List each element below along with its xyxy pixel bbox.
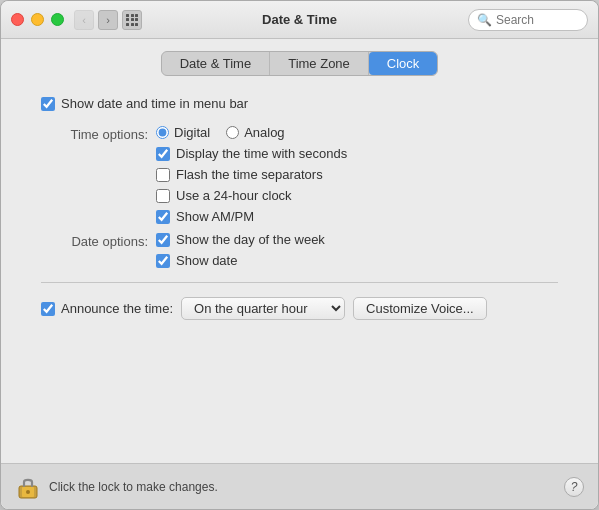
date-option-controls: Show the day of the week Show date xyxy=(156,232,325,268)
svg-point-2 xyxy=(26,490,30,494)
show-dayofweek-text: Show the day of the week xyxy=(176,232,325,247)
back-button[interactable]: ‹ xyxy=(74,10,94,30)
flash-separators-checkbox[interactable] xyxy=(156,168,170,182)
show-ampm-checkbox[interactable] xyxy=(156,210,170,224)
footer-lock-text: Click the lock to make changes. xyxy=(49,480,218,494)
show-menubar-row: Show date and time in menu bar xyxy=(41,96,558,111)
analog-radio-label[interactable]: Analog xyxy=(226,125,284,140)
display-seconds-checkbox[interactable] xyxy=(156,147,170,161)
main-window: ‹ › Date & Time 🔍 Date & Time Time Zone … xyxy=(0,0,599,510)
show-date-row[interactable]: Show date xyxy=(156,253,325,268)
search-box[interactable]: 🔍 xyxy=(468,9,588,31)
use-24hr-checkbox[interactable] xyxy=(156,189,170,203)
main-content: Show date and time in menu bar Time opti… xyxy=(1,86,598,463)
tab-group: Date & Time Time Zone Clock xyxy=(161,51,439,76)
digital-text: Digital xyxy=(174,125,210,140)
announce-label-text: Announce the time: xyxy=(61,301,173,316)
digital-analog-row: Digital Analog xyxy=(156,125,347,140)
use-24hr-row[interactable]: Use a 24-hour clock xyxy=(156,188,347,203)
date-options-label: Date options: xyxy=(41,232,156,268)
display-seconds-text: Display the time with seconds xyxy=(176,146,347,161)
tab-time-zone[interactable]: Time Zone xyxy=(270,52,369,75)
announce-checkbox[interactable] xyxy=(41,302,55,316)
lock-icon[interactable] xyxy=(15,474,41,500)
show-ampm-text: Show AM/PM xyxy=(176,209,254,224)
show-menubar-text: Show date and time in menu bar xyxy=(61,96,248,111)
titlebar: ‹ › Date & Time 🔍 xyxy=(1,1,598,39)
date-options-section: Date options: Show the day of the week S… xyxy=(41,232,558,268)
show-dayofweek-checkbox[interactable] xyxy=(156,233,170,247)
tabs-bar: Date & Time Time Zone Clock xyxy=(1,39,598,86)
forward-button[interactable]: › xyxy=(98,10,118,30)
show-dayofweek-row[interactable]: Show the day of the week xyxy=(156,232,325,247)
digital-radio-label[interactable]: Digital xyxy=(156,125,210,140)
show-date-checkbox[interactable] xyxy=(156,254,170,268)
customize-voice-button[interactable]: Customize Voice... xyxy=(353,297,487,320)
nav-arrows: ‹ › xyxy=(74,10,118,30)
announce-section: Announce the time: On the hour On the ha… xyxy=(41,297,558,320)
minimize-button[interactable] xyxy=(31,13,44,26)
search-input[interactable] xyxy=(496,13,579,27)
grid-icon xyxy=(126,14,138,26)
close-button[interactable] xyxy=(11,13,24,26)
flash-separators-text: Flash the time separators xyxy=(176,167,323,182)
analog-text: Analog xyxy=(244,125,284,140)
announce-checkbox-label[interactable]: Announce the time: xyxy=(41,301,173,316)
grid-button[interactable] xyxy=(122,10,142,30)
display-seconds-row[interactable]: Display the time with seconds xyxy=(156,146,347,161)
time-options-label: Time options: xyxy=(41,125,156,224)
digital-radio[interactable] xyxy=(156,126,169,139)
footer: Click the lock to make changes. ? xyxy=(1,463,598,509)
flash-separators-row[interactable]: Flash the time separators xyxy=(156,167,347,182)
maximize-button[interactable] xyxy=(51,13,64,26)
time-option-controls: Digital Analog Display the time with sec… xyxy=(156,125,347,224)
tab-clock[interactable]: Clock xyxy=(369,52,438,75)
help-button[interactable]: ? xyxy=(564,477,584,497)
show-date-text: Show date xyxy=(176,253,237,268)
announce-dropdown[interactable]: On the hour On the half hour On the quar… xyxy=(181,297,345,320)
show-menubar-label[interactable]: Show date and time in menu bar xyxy=(41,96,248,111)
window-title: Date & Time xyxy=(262,12,337,27)
search-icon: 🔍 xyxy=(477,13,492,27)
divider xyxy=(41,282,558,283)
window-controls xyxy=(11,13,64,26)
use-24hr-text: Use a 24-hour clock xyxy=(176,188,292,203)
show-ampm-row[interactable]: Show AM/PM xyxy=(156,209,347,224)
analog-radio[interactable] xyxy=(226,126,239,139)
show-menubar-checkbox[interactable] xyxy=(41,97,55,111)
time-options-section: Time options: Digital Analog Display the… xyxy=(41,125,558,224)
tab-date-time[interactable]: Date & Time xyxy=(162,52,271,75)
